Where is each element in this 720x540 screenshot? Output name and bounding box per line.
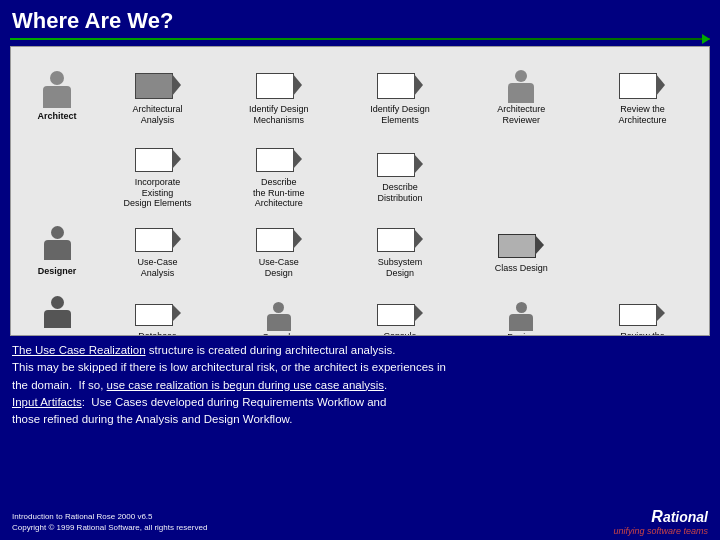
capsule-designer-icon xyxy=(266,302,292,330)
footer: Introduction to Rational Rose 2000 v6.5 … xyxy=(0,508,720,536)
page-title: Where Are We? xyxy=(0,0,720,38)
cell-db-design: DatabaseDesign xyxy=(97,303,218,336)
rational-tagline: unifying software teams xyxy=(613,526,708,536)
role-db-designer: DatabaseDesigner xyxy=(17,296,97,336)
cell-capsule-designer: CapsuleDesigner xyxy=(218,302,339,336)
cell-subsystem-design: SubsystemDesign xyxy=(339,227,460,279)
cell-arch-reviewer: ArchitectureReviewer xyxy=(461,70,582,126)
role-designer: Designer xyxy=(17,226,97,280)
label-arch-analysis: ArchitecturalAnalysis xyxy=(133,104,183,126)
title-divider xyxy=(10,38,710,40)
label-capsule-design: CapsuleDesign xyxy=(383,331,416,336)
label-design-reviewer: DesignReviewer xyxy=(502,332,540,336)
db-designer-icon xyxy=(42,296,72,332)
body-line3: the domain. If so, use case realization … xyxy=(12,377,708,394)
design-reviewer-icon xyxy=(508,302,534,330)
label-capsule-designer: CapsuleDesigner xyxy=(261,332,297,336)
label-subsystem-design: SubsystemDesign xyxy=(378,257,423,279)
label-usecase-analysis: Use-CaseAnalysis xyxy=(138,257,178,279)
cell-usecase-analysis: Use-CaseAnalysis xyxy=(97,227,218,279)
cell-design-reviewer: DesignReviewer xyxy=(461,302,582,336)
label-usecase-design: Use-CaseDesign xyxy=(259,257,299,279)
diagram-container: Architect ArchitecturalAnalysis Identify… xyxy=(10,46,710,336)
label-identify-mechanisms: Identify DesignMechanisms xyxy=(249,104,309,126)
cell-usecase-design: Use-CaseDesign xyxy=(218,227,339,279)
cell-identify-mechanisms: Identify DesignMechanisms xyxy=(218,71,339,126)
label-db-design: DatabaseDesign xyxy=(138,331,177,336)
copyright-line2: Copyright © 1999 Rational Software, all … xyxy=(12,522,207,533)
label-arch-reviewer: ArchitectureReviewer xyxy=(497,104,545,126)
body-line2: This may be skipped if there is low arch… xyxy=(12,359,708,376)
label-incorporate: Incorporate ExistingDesign Elements xyxy=(123,177,193,209)
designer-icon xyxy=(42,226,72,262)
body-line1: The Use Case Realization structure is cr… xyxy=(12,342,708,359)
arch-reviewer-icon xyxy=(507,70,535,102)
label-class-design: Class Design xyxy=(495,263,548,274)
cell-review-arch: Review theArchitecture xyxy=(582,71,703,126)
cell-incorporate: Incorporate ExistingDesign Elements xyxy=(97,147,218,209)
label-describe-runtime: Describethe Run-timeArchitecture xyxy=(253,177,305,209)
label-identify-elements: Identify DesignElements xyxy=(370,104,430,126)
role-architect: Architect xyxy=(17,71,97,125)
label-review-arch: Review theArchitecture xyxy=(618,104,666,126)
cell-review-design: Review theDesign xyxy=(582,303,703,336)
footer-right: Rational unifying software teams xyxy=(613,508,708,536)
cell-describe-runtime: Describethe Run-timeArchitecture xyxy=(218,147,339,209)
underline-input: Input Artifacts xyxy=(12,396,82,408)
architect-label: Architect xyxy=(37,111,76,121)
cell-describe-dist: DescribeDistribution xyxy=(339,152,460,204)
cell-class-design: Class Design xyxy=(461,233,582,274)
architect-icon xyxy=(42,71,72,107)
label-describe-dist: DescribeDistribution xyxy=(377,182,422,204)
footer-left: Introduction to Rational Rose 2000 v6.5 … xyxy=(12,511,207,533)
copyright-line1: Introduction to Rational Rose 2000 v6.5 xyxy=(12,511,207,522)
underline-uc-realization: use case realization is begun during use… xyxy=(107,379,384,391)
bottom-text-section: The Use Case Realization structure is cr… xyxy=(0,336,720,430)
rational-logo: Rational xyxy=(651,508,708,526)
underline-use-case: The Use Case Realization xyxy=(12,344,146,356)
body-line5: those refined during the Analysis and De… xyxy=(12,411,708,428)
label-review-design: Review theDesign xyxy=(620,331,665,336)
cell-identify-elements: Identify DesignElements xyxy=(339,71,460,126)
cell-architectural-analysis: ArchitecturalAnalysis xyxy=(97,71,218,126)
body-line4: Input Artifacts: Use Cases developed dur… xyxy=(12,394,708,411)
designer-label: Designer xyxy=(38,266,77,276)
cell-capsule-design: CapsuleDesign xyxy=(339,303,460,336)
